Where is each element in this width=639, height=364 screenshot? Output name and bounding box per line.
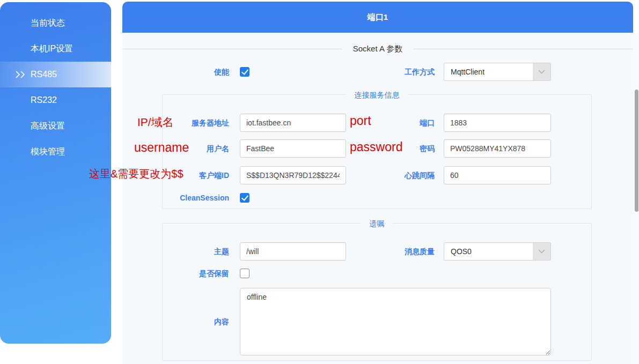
password-input[interactable]: [444, 139, 551, 158]
port-header: 端口1: [122, 2, 633, 33]
connection-legend: 连接服务信息: [346, 90, 408, 100]
chevron-down-icon[interactable]: [533, 243, 550, 260]
client-id-label: 客户端ID: [175, 166, 229, 184]
retain-label: 是否保留: [175, 264, 229, 283]
sidebar-item-label: 本机IP设置: [31, 43, 73, 55]
sidebar-item-label: RS485: [31, 70, 57, 79]
main-panel: 端口1 Socket A 参数 使能 工作方式 MqttClient 连接服务信…: [122, 2, 633, 364]
sidebar-item-local-ip[interactable]: 本机IP设置: [0, 36, 111, 62]
scrollbar-track[interactable]: [633, 33, 639, 364]
client-id-input[interactable]: [240, 166, 346, 184]
port-input[interactable]: [444, 114, 551, 132]
work-mode-label: 工作方式: [381, 63, 435, 81]
sidebar-item-rs485[interactable]: RS485: [0, 62, 111, 87]
retain-checkbox[interactable]: [240, 269, 249, 278]
divider-line: [413, 49, 633, 49]
heartbeat-input[interactable]: [444, 166, 551, 184]
chevron-down-icon[interactable]: [533, 63, 550, 80]
sidebar-item-current-status[interactable]: 当前状态: [0, 10, 111, 36]
annotation-password: password: [350, 140, 402, 154]
sidebar-menu: 当前状态 本机IP设置 RS485 RS232 高级设置 模块管理: [0, 2, 111, 165]
sidebar-item-label: RS232: [31, 95, 57, 105]
sidebar-item-rs232[interactable]: RS232: [0, 87, 111, 113]
clean-session-label: CleanSession: [175, 189, 229, 207]
annotation-username: username: [134, 140, 189, 155]
sidebar-item-module[interactable]: 模块管理: [0, 139, 111, 165]
page-title: 端口1: [368, 12, 388, 23]
annotation-client-id-note: 这里&需要更改为$$: [89, 167, 183, 181]
work-mode-select[interactable]: MqttClient: [444, 63, 551, 81]
topic-label: 主题: [175, 242, 229, 261]
sidebar-item-label: 模块管理: [31, 146, 65, 158]
sidebar-item-label: 高级设置: [31, 121, 65, 132]
clean-session-checkbox[interactable]: [240, 193, 249, 203]
work-mode-value: MqttClient: [444, 63, 533, 80]
enable-checkbox[interactable]: [240, 67, 249, 77]
will-legend: 遗嘱: [361, 218, 393, 229]
section-title: Socket A 参数: [342, 44, 414, 54]
heartbeat-label: 心跳间隔: [381, 166, 435, 184]
annotation-ip-domain: IP/域名: [137, 115, 174, 130]
qos-value: QOS0: [444, 243, 533, 260]
content-label: 内容: [175, 313, 229, 331]
scrollbar-thumb[interactable]: [635, 90, 638, 212]
double-chevron-right-icon: [15, 71, 27, 80]
qos-select[interactable]: QOS0: [444, 242, 551, 261]
divider-line: [122, 49, 342, 49]
sidebar-item-label: 当前状态: [31, 18, 65, 29]
content-textarea[interactable]: offline: [240, 288, 551, 355]
topic-input[interactable]: [240, 242, 346, 261]
enable-label: 使能: [175, 63, 229, 81]
qos-label: 消息质量: [381, 242, 435, 261]
port-label: 端口: [381, 114, 435, 132]
sidebar-item-advanced[interactable]: 高级设置: [0, 113, 111, 139]
server-address-input[interactable]: [240, 114, 346, 132]
socket-a-section-divider: Socket A 参数: [122, 44, 633, 53]
server-address-label: 服务器地址: [175, 114, 229, 132]
username-input[interactable]: [240, 139, 346, 158]
annotation-port: port: [350, 114, 371, 128]
